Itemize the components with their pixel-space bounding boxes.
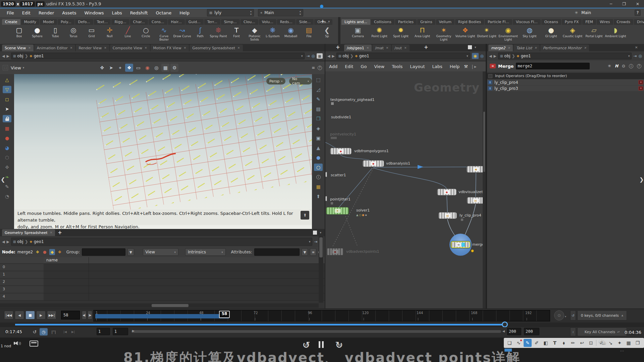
node-label[interactable]: pointjitter1 <box>330 197 351 201</box>
pane-tab[interactable]: /obj/geo1✕ <box>344 45 372 51</box>
paint-bucket-icon[interactable]: ▽ <box>3 86 11 93</box>
shelf-tool[interactable]: ✛ Null <box>101 26 119 38</box>
chevron-down-icon[interactable]: ▾ <box>309 240 311 243</box>
reorder-up-icon[interactable]: ⬆ <box>488 86 492 90</box>
timeline-zoom-icon[interactable]: ⊙ <box>554 310 564 320</box>
breadcrumb-node[interactable]: geo1 <box>34 239 44 244</box>
node-edge-icon[interactable] <box>325 196 327 201</box>
node-label[interactable]: ly_clip_pro4 <box>460 213 481 218</box>
chevron-down-icon[interactable]: ▾ <box>565 315 566 318</box>
node-vdbfrompolygons1[interactable]: ◆ <box>330 148 352 155</box>
group-input[interactable] <box>82 248 125 256</box>
shelf-tool[interactable]: ▭ Grid <box>83 26 101 38</box>
layout-selector[interactable]: ⌖ Main ▴▾ <box>258 9 303 16</box>
table-row[interactable]: 4 <box>0 293 325 301</box>
column-header-name[interactable]: name <box>44 257 89 263</box>
link-target-icon[interactable]: ◎ <box>639 54 642 58</box>
node-label[interactable]: scatter1 <box>331 173 346 177</box>
node-label[interactable]: vdbvisualizetree2 <box>459 190 486 194</box>
network-scrollbar[interactable] <box>483 71 486 308</box>
range-start-sub-field[interactable] <box>113 328 128 335</box>
collapse-right-icon[interactable]: ❯ <box>639 176 644 183</box>
chevron-down-icon[interactable]: ▾ <box>628 54 630 58</box>
pane-tab[interactable]: Performance Monitor✕ <box>540 45 589 51</box>
shelf-tab[interactable]: Model <box>40 19 57 25</box>
close-tab-icon[interactable]: ✕ <box>404 46 407 50</box>
scroll-up-icon[interactable]: ⬆ <box>301 211 309 220</box>
shelf-tool[interactable]: ▤ File <box>300 26 318 38</box>
laser-tool-icon[interactable]: ✏ <box>569 339 577 347</box>
eraser-tool-icon[interactable]: ⬧ <box>560 339 568 347</box>
shelf-tool[interactable]: ∿ Curve Bezier <box>155 26 173 41</box>
shelf-tool[interactable]: ❋ L-System <box>264 26 282 38</box>
magnet-snap-icon[interactable]: ⬡ <box>3 154 11 161</box>
node-solver1[interactable]: ✦ <box>326 207 349 215</box>
shelf-tool[interactable]: ʃ Path <box>191 26 209 38</box>
timer-icon[interactable]: ◔ <box>3 193 11 200</box>
shelf-menu-icon[interactable]: ▾ <box>328 20 330 23</box>
handles-icon[interactable]: ✥ <box>3 164 11 171</box>
shelf-tab[interactable]: Reds... <box>277 19 296 25</box>
help-icon[interactable]: ? <box>318 66 322 70</box>
move-tool-icon[interactable]: ✥ <box>98 64 106 72</box>
horizontal-scrollbar[interactable] <box>0 303 319 308</box>
minimize-button[interactable]: ─ <box>610 2 612 6</box>
pane-menu-icon[interactable]: ▾ <box>475 46 476 49</box>
shelf-tool[interactable]: ◎ Torus <box>64 26 83 38</box>
viewport-settings-icon[interactable]: ⚙ <box>170 64 178 72</box>
shelf-tool[interactable]: ▯ Tube <box>46 26 64 38</box>
node-ly-clip-pro4[interactable]: ▤ <box>438 212 457 219</box>
shelf-tab[interactable]: Wires <box>597 19 613 25</box>
shelf-tab[interactable]: Volu... <box>259 19 276 25</box>
shelf-tab[interactable]: Rigid Bodies <box>455 19 484 25</box>
close-tab-icon[interactable]: ✕ <box>70 46 73 50</box>
shelf-tab[interactable]: Simp... <box>221 19 240 25</box>
menu-item[interactable]: File <box>3 8 18 17</box>
display-options-icon[interactable]: ▦ <box>161 64 169 72</box>
play-reverse-button[interactable]: ◀ <box>15 311 24 319</box>
cursor-tool-icon[interactable]: ➤ <box>3 105 11 113</box>
freehand-tool-icon[interactable]: ∿ <box>515 339 523 347</box>
draw-tool-icon[interactable]: ✎ <box>3 183 11 190</box>
shelf-tool[interactable]: ◆ Platonic Solids <box>246 26 264 41</box>
close-tab-icon[interactable]: ✕ <box>367 46 369 50</box>
shelf-tool[interactable]: ✴ Distant Light <box>476 26 497 38</box>
pin-icon[interactable]: ⇥ <box>633 54 637 58</box>
perspective-menu[interactable]: Persp▾ <box>266 78 285 84</box>
help-icon[interactable]: ? <box>637 64 641 68</box>
spinner-icon[interactable]: ▴▾ <box>250 10 252 16</box>
red-grid-icon[interactable]: ▦ <box>3 125 11 132</box>
shaded-sphere-icon[interactable]: ● <box>314 154 323 161</box>
close-tab-icon[interactable]: ✕ <box>534 46 537 50</box>
view-select[interactable]: View▾ <box>143 248 178 256</box>
shelf-tool[interactable]: ● Sphere <box>28 26 46 38</box>
snapshot-ring-icon[interactable]: ◎ <box>152 64 160 72</box>
network-menu-item[interactable]: Labs <box>428 61 446 71</box>
shelf-tab[interactable]: Particle Fl... <box>485 19 512 25</box>
shelf-tab[interactable]: Oceans <box>541 19 561 25</box>
frame-range-slider[interactable]: ▶ <box>131 330 501 333</box>
range-start-field[interactable] <box>97 328 110 335</box>
radial-menu-icon[interactable]: ✳ <box>575 10 578 15</box>
shelf-tab[interactable]: Clou... <box>240 19 258 25</box>
shelf-tab[interactable]: Hair... <box>168 19 185 25</box>
pane-tab[interactable]: Geometry Spreadsheet✕ <box>2 229 55 236</box>
last-frame-button[interactable]: ▶▶| <box>47 311 56 319</box>
range-next-icon[interactable]: ▶| <box>70 328 76 336</box>
pin-divider-icon[interactable]: ❘▸ <box>471 64 476 69</box>
shelf-tab[interactable]: Cons... <box>149 19 167 25</box>
node-label[interactable]: pointvelocity1 <box>330 132 356 136</box>
red-sphere-icon[interactable]: ● <box>3 134 11 142</box>
globe-icon[interactable]: ◕ <box>3 144 11 152</box>
anim-toggle-icon[interactable]: ↺ <box>570 310 576 320</box>
network-menu-item[interactable]: Edit <box>341 61 357 71</box>
wrench-tools-icon[interactable]: ⚒ <box>464 64 468 69</box>
nav-forward-icon[interactable]: ▶ <box>493 54 496 58</box>
pane-link-icon[interactable]: ⬚ <box>3 65 8 70</box>
add-pane-tab-icon[interactable]: + <box>422 44 430 50</box>
ruler-icon[interactable]: ◿ <box>314 86 323 93</box>
list-options-icon[interactable]: ≡ <box>310 248 316 256</box>
network-menu-item[interactable]: Help <box>446 61 464 71</box>
right-main-menu[interactable]: Main <box>581 10 591 15</box>
shelf-tab[interactable]: Defo... <box>75 19 93 25</box>
